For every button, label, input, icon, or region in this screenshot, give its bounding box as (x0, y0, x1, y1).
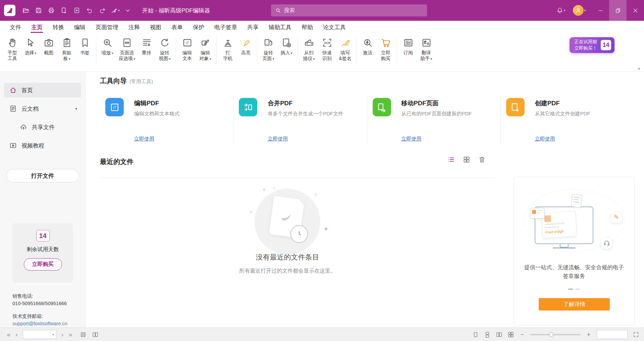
sidebar-item-cloud-docs[interactable]: 云文档▾ (4, 101, 81, 116)
ribbon-rotate-pages-button[interactable]: 旋转 页面▾ (259, 37, 277, 61)
last-page-button[interactable]: » (66, 331, 74, 338)
sidebar-item-video-tutorials[interactable]: 视频教程 (4, 138, 81, 153)
notifications-button[interactable]: ▾ (555, 5, 566, 16)
ribbon-fit-options-button[interactable]: 页面适 应选项▾ (116, 37, 138, 61)
ribbon-quick-ocr-button[interactable]: 快速 识别 (318, 37, 336, 61)
customize-quick-access-button[interactable] (123, 5, 133, 16)
ribbon-hand-tool-button[interactable]: 手型 工具 (3, 37, 21, 61)
menu-esign[interactable]: 电子签章 (209, 21, 242, 34)
close-button[interactable] (627, 0, 644, 21)
menu-convert[interactable]: 转换 (48, 21, 69, 34)
single-page-view-button[interactable] (472, 331, 479, 338)
menu-paper-tools[interactable]: 论文工具 (318, 21, 351, 34)
zoom-out-button[interactable]: − (519, 331, 525, 338)
menu-view[interactable]: 视图 (145, 21, 166, 34)
menu-protect[interactable]: 保护 (188, 21, 209, 34)
menu-help[interactable]: 帮助 (297, 21, 318, 34)
open-button[interactable] (21, 5, 31, 16)
page-number-input[interactable] (23, 330, 50, 339)
menu-edit[interactable]: 编辑 (69, 21, 91, 34)
buy-now-button[interactable]: 立即购买 (24, 258, 62, 271)
actual-size-button[interactable] (80, 331, 87, 338)
redo-button[interactable] (97, 5, 107, 16)
esign-promo-card: Foxit eSign ✎ 提供一站式、无缝流畅、安全合规的电子签章服务 (514, 177, 635, 325)
next-page-button[interactable]: › (58, 331, 66, 338)
export-button[interactable] (72, 5, 82, 16)
ribbon-rotate-view-button[interactable]: 旋转 视图▾ (156, 37, 174, 61)
open-file-button[interactable]: 打开文件 (6, 169, 79, 182)
menu-accessibility[interactable]: 辅助工具 (264, 21, 297, 34)
page-number-box[interactable]: ▾ (23, 330, 56, 339)
ribbon-insert-button[interactable]: 插入▾ (277, 37, 296, 56)
print-button[interactable] (46, 5, 56, 16)
ribbon-activate-button[interactable]: 激活 (359, 37, 377, 56)
create-pdf-use-now-link[interactable]: 立即使用 (535, 136, 555, 142)
sidebar-item-home[interactable]: 首页 (4, 83, 81, 98)
tool-card-move-pdf-pages[interactable]: 移动PDF页面从已有的PDF页面创建新的PDF立即使用 (367, 96, 500, 146)
fit-visible-button[interactable] (92, 331, 99, 338)
ribbon-collapse-button[interactable]: ▴ (638, 66, 640, 70)
page-dropdown-arrow-icon[interactable]: ▾ (50, 330, 56, 339)
search-box[interactable] (271, 4, 427, 16)
menu-file[interactable]: 文件 (5, 21, 26, 34)
sales-phone-value: 010-50951668/50951666 (12, 300, 67, 307)
facing-view-button[interactable] (496, 331, 502, 338)
grid-view-button[interactable] (463, 156, 471, 164)
search-input[interactable] (284, 7, 423, 13)
ribbon-clipboard-button[interactable]: 剪贴 板▾ (58, 37, 76, 61)
edit-pdf-use-now-link[interactable]: 立即使用 (134, 136, 154, 142)
activate-icon (362, 37, 373, 48)
menu-comment[interactable]: 注释 (123, 21, 145, 34)
first-page-button[interactable]: « (5, 331, 13, 338)
zoom-slider-thumb[interactable] (549, 332, 553, 337)
dropdown-arrow-icon[interactable]: ▾ (75, 107, 77, 111)
menu-page-manage[interactable]: 页面管理 (91, 21, 123, 34)
undo-button[interactable] (85, 5, 95, 16)
zoom-slider[interactable] (530, 334, 581, 335)
learn-more-button[interactable]: 了解详情 (539, 298, 610, 310)
list-view-button[interactable] (447, 156, 455, 164)
minimize-button[interactable] (592, 0, 609, 21)
merge-pdf-use-now-link[interactable]: 立即使用 (268, 136, 288, 142)
ribbon-select-button[interactable]: 选择▾ (21, 37, 40, 56)
prev-page-button[interactable]: ‹ (13, 331, 21, 338)
ribbon-highlight-button[interactable]: 高亮 (237, 37, 255, 56)
create-pdf-button[interactable] (59, 5, 69, 16)
tool-card-create-pdf[interactable]: 创建PDF从其它格式文件创建PDF立即使用 (500, 96, 634, 146)
save-button[interactable] (34, 5, 44, 16)
esign-pen-button[interactable]: ▾ (110, 5, 120, 16)
sidebar-item-shared-files[interactable]: 共享文件 (4, 120, 81, 134)
menu-home[interactable]: 主页 (26, 21, 48, 34)
menu-form[interactable]: 表单 (166, 21, 188, 34)
ribbon-snapshot-button[interactable]: 截图 (40, 37, 58, 56)
move-pdf-pages-use-now-link[interactable]: 立即使用 (401, 136, 422, 142)
facing-continuous-view-button[interactable] (507, 331, 514, 338)
ribbon-zoom-button[interactable]: 缩放▾ (98, 37, 116, 56)
ribbon-fill-sign-button[interactable]: 填写 &签名 (336, 37, 354, 61)
menu-share[interactable]: 共享 (242, 21, 264, 34)
carousel-dot[interactable] (575, 288, 580, 290)
trial-badge[interactable]: 正在试用期 立即购买！ 14 (570, 37, 615, 53)
app-window: ▾ 开始 - 福昕高级PDF编辑器 ▾ ▾ 文件主页转换编辑页面管理注释视图表单… (0, 0, 644, 341)
ribbon-buy-now-button[interactable]: 立即 购买 (377, 37, 395, 61)
zoom-in-button[interactable]: + (586, 331, 592, 338)
ribbon-reflow-button[interactable]: 重排 (138, 37, 156, 56)
tool-card-merge-pdf[interactable]: 合并PDF将多个文件合并生成一个PDF文件立即使用 (233, 96, 367, 146)
support-email-link[interactable]: support@foxitsoftware.cn (12, 321, 67, 326)
ribbon-edit-text-button[interactable]: 编辑 文本 (178, 37, 196, 61)
zoom-level-box[interactable] (597, 330, 628, 339)
ribbon-subscribe-button[interactable]: 订阅 (399, 37, 417, 56)
user-avatar[interactable] (573, 5, 584, 16)
ribbon-from-scanner-button[interactable]: 从扫 描仪▾ (300, 37, 318, 61)
ribbon-bookmark-button[interactable]: 书签 (76, 37, 94, 56)
zoom-level-input[interactable] (597, 330, 627, 339)
tool-card-edit-pdf[interactable]: 编辑PDF编辑文档和文本格式立即使用 (100, 96, 233, 146)
continuous-view-button[interactable] (484, 331, 491, 338)
clear-recent-button[interactable] (478, 156, 486, 164)
carousel-dot-active[interactable] (568, 288, 573, 290)
ribbon-edit-object-button[interactable]: 编辑 对象▾ (196, 37, 214, 61)
fullscreen-button[interactable] (633, 331, 639, 338)
ribbon-translate-assistant-button[interactable]: 翻译 助手▾ (417, 37, 435, 61)
restore-button[interactable] (609, 0, 627, 21)
ribbon-typewriter-button[interactable]: 打 字机 (219, 37, 237, 61)
